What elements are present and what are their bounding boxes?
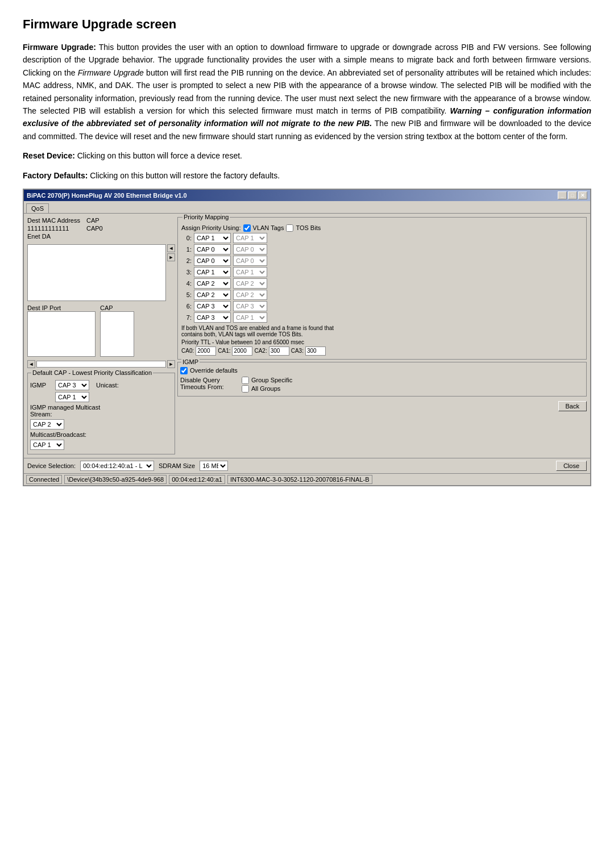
scroll-right[interactable]: ► [167,253,175,261]
dest-ip-left: Dest IP Port [27,304,96,357]
back-button-area: Back [177,401,587,411]
back-button[interactable]: Back [558,401,587,411]
ca1-input[interactable] [232,347,252,356]
priority-num-0: 0: [181,235,192,241]
ca3-label: CA3: [291,348,304,354]
igmp-cap-row: IGMP CAP 3 CAP 0 CAP 1 CAP 2 Unicast: [30,380,172,390]
close-button-win[interactable]: ✕ [578,191,587,199]
priority-cap2-select-7[interactable]: CAP 1 CAP 0CAP 1CAP 2CAP 3 [233,312,267,323]
tos-checkbox[interactable] [286,224,293,232]
priority-num-4: 4: [181,280,192,287]
maximize-button[interactable]: □ [568,191,577,199]
all-groups-checkbox[interactable] [242,385,249,393]
priority-num-6: 6: [181,303,192,310]
priority-cap2-select-1[interactable]: CAP 0 CAP 0CAP 1CAP 2CAP 3 [233,244,267,254]
ip-scroll-bar: ◄ ► [27,360,175,368]
priority-row-4: 4: CAP 2 CAP 0CAP 1CAP 2CAP 3 CAP 2 CAP … [181,278,583,289]
igmp-section: IGMP Override defaults Disable Query Tim… [177,362,587,397]
device-selection-label: Device Selection: [27,462,76,469]
priority-cap-select-7[interactable]: CAP 3 CAP 0CAP 1CAP 2CAP 3 [194,312,231,323]
window-title-text: BiPAC 2070(P) HomePlug AV 200 Ethernet B… [27,192,187,199]
priority-cap-select-6[interactable]: CAP 3 CAP 0CAP 1CAP 2CAP 3 [194,301,231,311]
group-specific-label: Group Specific [251,377,292,383]
igmp-managed-select-row: CAP 2 CAP 0 CAP 1 CAP 3 [30,419,172,429]
group-specific-checkbox[interactable] [242,377,249,384]
bottom-bar: Device Selection: 00:04:ed:12:40:a1 - L … [24,458,590,473]
igmp-managed-cap-row: IGMP managed Multicast Stream: [30,404,172,418]
assign-priority-row: Assign Priority Using: VLAN Tags TOS Bit… [181,224,583,232]
igmp-title: IGMP [181,358,200,365]
priority-row-5: 5: CAP 2 CAP 0CAP 1CAP 2CAP 3 CAP 2 CAP … [181,290,583,300]
tab-bar: QoS [24,201,590,214]
priority-cap2-select-6[interactable]: CAP 3 CAP 0CAP 1CAP 2CAP 3 [233,301,267,311]
status-bar: Connected \Device\{34b39c50-a925-4de9-96… [24,473,590,485]
ttl-label: Priority TTL - Value between 10 and 6500… [181,339,583,345]
priority-row-7: 7: CAP 3 CAP 0CAP 1CAP 2CAP 3 CAP 1 CAP … [181,312,583,323]
device-selection-dropdown[interactable]: 00:04:ed:12:40:a1 - L [80,461,154,471]
priority-row-2: 2: CAP 0 CAP 0CAP 1CAP 2CAP 3 CAP 0 CAP … [181,256,583,266]
igmp-checkboxes: Group Specific All Groups [242,377,292,394]
ip-scroll-right[interactable]: ► [167,360,175,368]
page-title: Firmware Upgrade screen [23,17,591,32]
priority-cap-select-2[interactable]: CAP 0 CAP 0CAP 1CAP 2CAP 3 [194,256,231,266]
priority-mapping-body: Assign Priority Using: VLAN Tags TOS Bit… [181,224,583,356]
multicast-select-row: CAP 1 CAP 0 CAP 2 CAP 3 [30,440,172,450]
priority-cap2-select-3[interactable]: CAP 1 CAP 0CAP 1CAP 2CAP 3 [233,267,267,277]
device-path: \Device\{34b39c50-a925-4de9-968 [64,475,167,484]
ca2-input[interactable] [269,347,289,356]
dest-ip-list[interactable] [27,311,96,357]
priority-cap-select-0[interactable]: CAP 1 CAP 0CAP 1CAP 2CAP 3 [194,233,231,243]
ip-scroll-left[interactable]: ◄ [27,360,35,368]
unicast-cap-select[interactable]: CAP 1 CAP 0 CAP 2 CAP 3 [55,392,89,402]
igmp-label: IGMP [30,382,53,389]
priority-cap2-select-5[interactable]: CAP 2 CAP 0CAP 1CAP 2CAP 3 [233,290,267,300]
sdram-select[interactable]: 16 MB [200,461,228,471]
priority-cap-select-4[interactable]: CAP 2 CAP 0CAP 1CAP 2CAP 3 [194,278,231,289]
priority-num-7: 7: [181,314,192,321]
priority-cap-select-1[interactable]: CAP 0 CAP 0CAP 1CAP 2CAP 3 [194,244,231,254]
dest-cap-list[interactable] [100,311,134,357]
override-label: Override defaults [190,367,238,374]
scroll-left[interactable]: ◄ [167,244,175,252]
priority-cap-select-5[interactable]: CAP 2 CAP 0CAP 1CAP 2CAP 3 [194,290,231,300]
multicast-cap-row: Multicast/Broadcast: [30,431,172,438]
priority-cap-select-3[interactable]: CAP 1 CAP 0CAP 1CAP 2CAP 3 [194,267,231,277]
version-string: INT6300-MAC-3-0-3052-1120-20070816-FINAL… [227,475,372,484]
ca3-input[interactable] [305,347,326,356]
ca0-input[interactable] [196,347,216,356]
multicast-cap-select[interactable]: CAP 1 CAP 0 CAP 2 CAP 3 [30,440,64,450]
unicast-label: Unicast: [96,382,119,389]
priority-mapping-title: Priority Mapping [182,214,230,220]
sdram-label: SDRAM Size [159,462,195,469]
dest-mac-value: 111111111111 [27,225,84,232]
close-button[interactable]: Close [556,461,587,471]
default-cap-section: Default CAP - Lowest Priority Classifica… [27,373,175,454]
priority-cap2-select-0[interactable]: CAP 1 CAP 0CAP 1CAP 2CAP 3 [233,233,267,243]
priority-num-3: 3: [181,269,192,276]
ip-scrollbar-track[interactable] [36,361,166,368]
mac-list[interactable] [27,244,166,301]
priority-row-6: 6: CAP 3 CAP 0CAP 1CAP 2CAP 3 CAP 3 CAP … [181,301,583,311]
priority-num-5: 5: [181,291,192,298]
dest-mac-label: Dest MAC Address [27,217,84,224]
vlan-checkbox[interactable] [243,224,251,232]
right-panel: Priority Mapping Assign Priority Using: … [177,217,587,454]
tab-qos[interactable]: QoS [26,203,49,213]
dest-ip-right: CAP [100,304,134,357]
disable-query-label: Disable Query Timeouts From: [180,377,237,390]
vlan-label: VLAN Tags [253,224,284,231]
override-checkbox[interactable] [180,367,188,374]
minimize-button[interactable]: _ [558,191,567,199]
igmp-managed-cap-select[interactable]: CAP 2 CAP 0 CAP 1 CAP 3 [30,419,64,429]
igmp-cap-select[interactable]: CAP 3 CAP 0 CAP 1 CAP 2 [55,380,89,390]
multicast-label: Multicast/Broadcast: [30,431,98,438]
priority-row-3: 3: CAP 1 CAP 0CAP 1CAP 2CAP 3 CAP 1 CAP … [181,267,583,277]
priority-cap2-select-2[interactable]: CAP 0 CAP 0CAP 1CAP 2CAP 3 [233,256,267,266]
dest-port-cap-label: CAP [100,304,134,311]
priority-num-2: 2: [181,257,192,264]
priority-row-0: 0: CAP 1 CAP 0CAP 1CAP 2CAP 3 CAP 1 CAP … [181,233,583,243]
ca2-label: CA2: [254,348,267,354]
priority-cap2-select-4[interactable]: CAP 2 CAP 0CAP 1CAP 2CAP 3 [233,278,267,289]
assign-priority-label: Assign Priority Using: [181,224,241,231]
left-list-area: ◄ ► [27,244,175,301]
